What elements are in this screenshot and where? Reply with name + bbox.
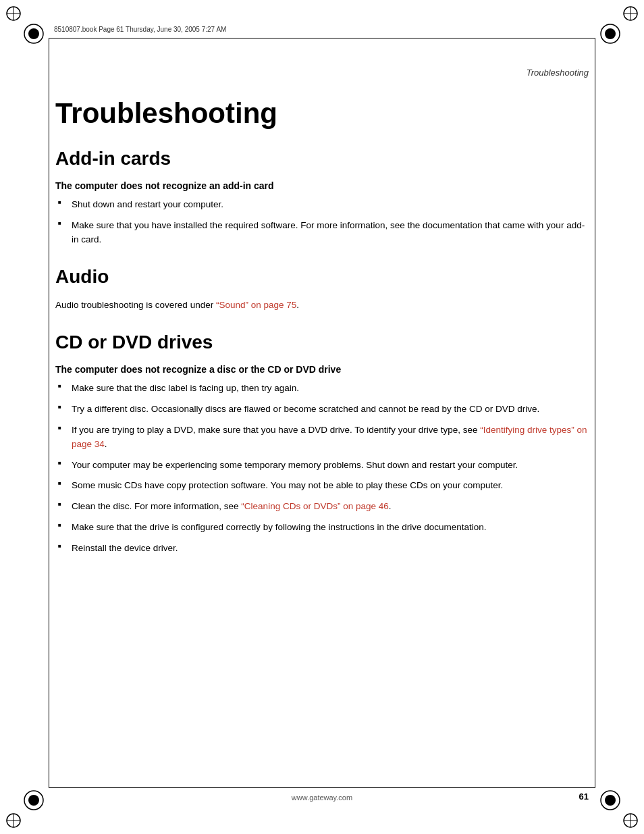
section-title-cd-dvd: CD or DVD drives bbox=[55, 332, 589, 353]
list-item: Shut down and restart your computer. bbox=[55, 198, 589, 212]
list-item: Make sure that the drive is configured c… bbox=[55, 521, 589, 535]
audio-intro: Audio troubleshooting is covered under “… bbox=[55, 298, 589, 313]
header-chapter: Troubleshooting bbox=[527, 68, 589, 78]
link-sound[interactable]: “Sound” on page 75 bbox=[216, 300, 296, 310]
section-title-add-in-cards: Add-in cards bbox=[55, 148, 589, 170]
page: 8510807.book Page 61 Thursday, June 30, … bbox=[0, 0, 644, 834]
bullet-list-cd-dvd: Make sure that the disc label is facing … bbox=[55, 382, 589, 556]
section-audio: Audio Audio troubleshooting is covered u… bbox=[55, 266, 589, 313]
footer-bar bbox=[49, 787, 595, 788]
list-item: Clean the disc. For more information, se… bbox=[55, 500, 589, 514]
bullet-list-add-in-cards: Shut down and restart your computer. Mak… bbox=[55, 198, 589, 247]
list-item: Make sure that the disc label is facing … bbox=[55, 382, 589, 396]
corner-mark-tr bbox=[598, 5, 639, 46]
section-cd-dvd: CD or DVD drives The computer does not r… bbox=[55, 332, 589, 556]
section-title-audio: Audio bbox=[55, 266, 589, 288]
subsection-title-cd-dvd: The computer does not recognize a disc o… bbox=[55, 364, 589, 375]
subsection-title-add-in-card: The computer does not recognize an add-i… bbox=[55, 180, 589, 191]
list-item: Some music CDs have copy protection soft… bbox=[55, 479, 589, 493]
footer-page-number: 61 bbox=[579, 791, 589, 802]
list-item: Try a different disc. Occasionally discs… bbox=[55, 402, 589, 417]
svg-point-19 bbox=[605, 795, 616, 806]
header-meta: 8510807.book Page 61 Thursday, June 30, … bbox=[54, 26, 226, 33]
corner-mark-bl bbox=[5, 788, 46, 829]
margin-right bbox=[595, 38, 595, 788]
svg-point-4 bbox=[28, 28, 39, 39]
svg-point-14 bbox=[28, 795, 39, 806]
list-item: If you are trying to play a DVD, make su… bbox=[55, 423, 589, 452]
link-identifying-drive-types[interactable]: “Identifying drive types” on page 34 bbox=[72, 425, 587, 449]
margin-left bbox=[49, 38, 49, 788]
link-cleaning-cds[interactable]: “Cleaning CDs or DVDs” on page 46 bbox=[241, 501, 388, 511]
svg-point-9 bbox=[605, 28, 616, 39]
footer-url: www.gateway.com bbox=[292, 793, 352, 802]
corner-mark-br bbox=[598, 788, 639, 829]
section-add-in-cards: Add-in cards The computer does not recog… bbox=[55, 148, 589, 247]
list-item: Reinstall the device driver. bbox=[55, 542, 589, 556]
corner-mark-tl bbox=[5, 5, 46, 46]
list-item: Make sure that you have installed the re… bbox=[55, 219, 589, 247]
main-content: Troubleshooting Add-in cards The compute… bbox=[55, 98, 589, 575]
header-bar bbox=[49, 38, 595, 38]
list-item: Your computer may be experiencing some t… bbox=[55, 459, 589, 473]
page-title: Troubleshooting bbox=[55, 98, 589, 129]
